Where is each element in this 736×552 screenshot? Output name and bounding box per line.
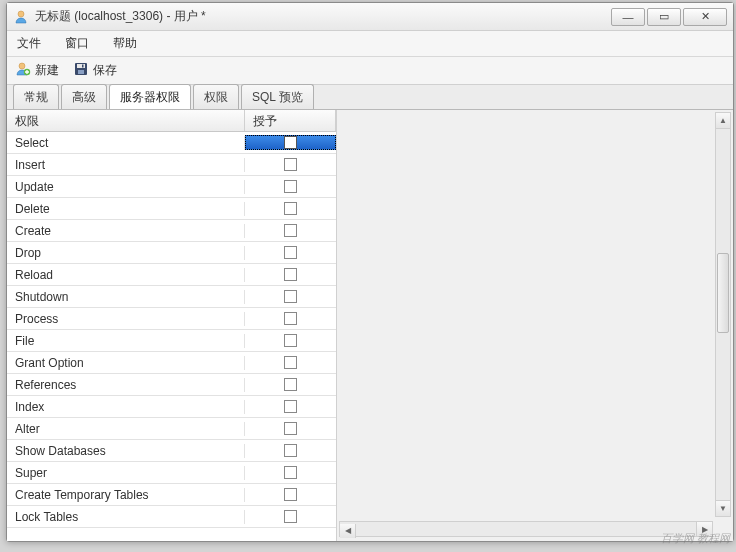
privilege-name: Process — [7, 312, 245, 326]
grant-checkbox[interactable] — [284, 312, 297, 325]
table-row[interactable]: Create — [7, 220, 336, 242]
privilege-name: References — [7, 378, 245, 392]
grant-cell[interactable] — [245, 290, 336, 303]
scroll-thumb[interactable] — [717, 253, 729, 333]
privilege-name: Create — [7, 224, 245, 238]
table-row[interactable]: Insert — [7, 154, 336, 176]
grant-checkbox[interactable] — [284, 246, 297, 259]
grant-cell[interactable] — [245, 444, 336, 457]
content-area: 权限 授予 SelectInsertUpdateDeleteCreateDrop… — [7, 109, 733, 541]
privilege-name: Lock Tables — [7, 510, 245, 524]
grant-cell[interactable] — [245, 422, 336, 435]
table-row[interactable]: Reload — [7, 264, 336, 286]
vertical-scrollbar[interactable]: ▲ ▼ — [715, 112, 731, 517]
table-row[interactable]: Grant Option — [7, 352, 336, 374]
grant-cell[interactable] — [245, 466, 336, 479]
grant-cell[interactable] — [245, 356, 336, 369]
grant-checkbox[interactable] — [284, 466, 297, 479]
privileges-grid: 权限 授予 SelectInsertUpdateDeleteCreateDrop… — [7, 110, 337, 541]
tab-general[interactable]: 常规 — [13, 84, 59, 109]
grant-cell[interactable] — [245, 135, 336, 150]
user-icon — [13, 9, 29, 25]
table-row[interactable]: Create Temporary Tables — [7, 484, 336, 506]
scroll-down-icon[interactable]: ▼ — [716, 500, 730, 516]
menu-help[interactable]: 帮助 — [113, 35, 137, 52]
menu-window[interactable]: 窗口 — [65, 35, 89, 52]
grant-checkbox[interactable] — [284, 202, 297, 215]
minimize-button[interactable]: — — [611, 8, 645, 26]
column-header-privilege[interactable]: 权限 — [7, 110, 245, 131]
tab-advanced[interactable]: 高级 — [61, 84, 107, 109]
save-button[interactable]: 保存 — [73, 61, 117, 80]
table-row[interactable]: Drop — [7, 242, 336, 264]
table-row[interactable]: Show Databases — [7, 440, 336, 462]
tab-sql-preview[interactable]: SQL 预览 — [241, 84, 314, 109]
table-row[interactable]: References — [7, 374, 336, 396]
grant-cell[interactable] — [245, 510, 336, 523]
close-button[interactable]: ✕ — [683, 8, 727, 26]
tab-privileges[interactable]: 权限 — [193, 84, 239, 109]
table-row[interactable]: Process — [7, 308, 336, 330]
svg-point-0 — [18, 11, 24, 17]
grant-cell[interactable] — [245, 334, 336, 347]
new-button[interactable]: 新建 — [15, 61, 59, 80]
grant-cell[interactable] — [245, 202, 336, 215]
table-row[interactable]: Select — [7, 132, 336, 154]
grant-cell[interactable] — [245, 158, 336, 171]
maximize-button[interactable]: ▭ — [647, 8, 681, 26]
privilege-name: Drop — [7, 246, 245, 260]
grant-cell[interactable] — [245, 488, 336, 501]
table-row[interactable]: Shutdown — [7, 286, 336, 308]
tabbar: 常规 高级 服务器权限 权限 SQL 预览 — [7, 85, 733, 109]
grant-checkbox[interactable] — [284, 334, 297, 347]
user-add-icon — [15, 61, 31, 80]
grant-checkbox[interactable] — [284, 510, 297, 523]
privilege-name: Shutdown — [7, 290, 245, 304]
table-row[interactable]: Super — [7, 462, 336, 484]
titlebar: 无标题 (localhost_3306) - 用户 * — ▭ ✕ — [7, 3, 733, 31]
grant-cell[interactable] — [245, 268, 336, 281]
table-row[interactable]: Update — [7, 176, 336, 198]
grant-checkbox[interactable] — [284, 136, 297, 149]
table-row[interactable]: Lock Tables — [7, 506, 336, 528]
horizontal-scrollbar[interactable]: ◀ ▶ — [339, 521, 713, 537]
grant-checkbox[interactable] — [284, 400, 297, 413]
svg-point-1 — [19, 63, 25, 69]
table-row[interactable]: File — [7, 330, 336, 352]
privilege-name: Show Databases — [7, 444, 245, 458]
grant-cell[interactable] — [245, 312, 336, 325]
grant-checkbox[interactable] — [284, 444, 297, 457]
grant-checkbox[interactable] — [284, 378, 297, 391]
grant-checkbox[interactable] — [284, 290, 297, 303]
tab-server-privileges[interactable]: 服务器权限 — [109, 84, 191, 110]
grant-cell[interactable] — [245, 246, 336, 259]
scroll-up-icon[interactable]: ▲ — [716, 113, 730, 129]
grant-cell[interactable] — [245, 224, 336, 237]
privilege-name: Reload — [7, 268, 245, 282]
grant-checkbox[interactable] — [284, 268, 297, 281]
grant-checkbox[interactable] — [284, 422, 297, 435]
privilege-name: Select — [7, 136, 245, 150]
menubar: 文件 窗口 帮助 — [7, 31, 733, 57]
grant-checkbox[interactable] — [284, 356, 297, 369]
grant-checkbox[interactable] — [284, 488, 297, 501]
column-header-grant[interactable]: 授予 — [245, 110, 336, 131]
scroll-left-icon[interactable]: ◀ — [340, 524, 356, 538]
privilege-name: Super — [7, 466, 245, 480]
grant-checkbox[interactable] — [284, 158, 297, 171]
table-row[interactable]: Index — [7, 396, 336, 418]
grant-checkbox[interactable] — [284, 180, 297, 193]
blank-panel: ▲ ▼ ◀ ▶ — [337, 110, 733, 541]
table-row[interactable]: Delete — [7, 198, 336, 220]
grant-cell[interactable] — [245, 180, 336, 193]
svg-rect-5 — [78, 70, 84, 74]
menu-file[interactable]: 文件 — [17, 35, 41, 52]
grant-cell[interactable] — [245, 400, 336, 413]
privilege-name: Create Temporary Tables — [7, 488, 245, 502]
svg-rect-4 — [77, 64, 85, 68]
table-row[interactable]: Alter — [7, 418, 336, 440]
grant-checkbox[interactable] — [284, 224, 297, 237]
privilege-name: Delete — [7, 202, 245, 216]
svg-rect-6 — [82, 65, 84, 68]
grant-cell[interactable] — [245, 378, 336, 391]
